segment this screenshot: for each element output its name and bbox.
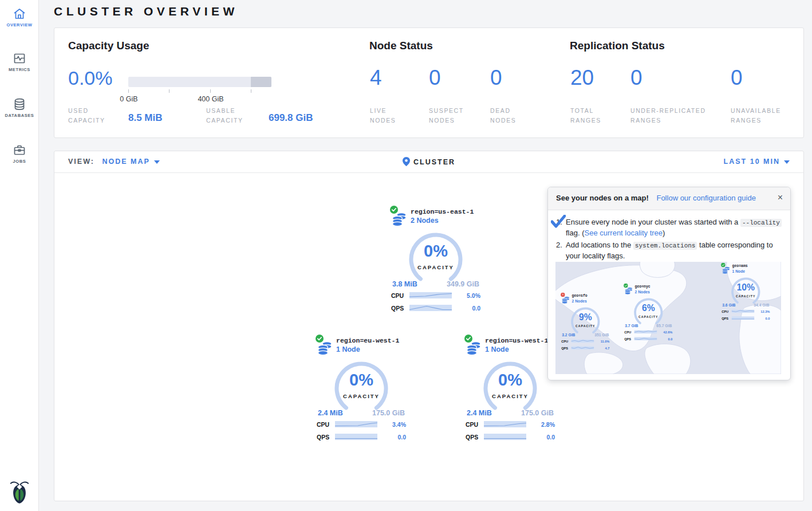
- region-label: geo=ams: [732, 264, 771, 269]
- status-ok-icon: [721, 263, 726, 269]
- capacity-label: CAPACITY: [632, 315, 664, 319]
- cpu-value: 5.0%: [452, 292, 480, 299]
- popup-header: See your nodes on a map! Follow our conf…: [548, 187, 790, 210]
- node-gauge-us-east-1[interactable]: region=us-east-1 2 Nodes 0% CAPACITY 3.8…: [389, 208, 483, 313]
- region-label: region=eu-west-1: [336, 337, 408, 344]
- node-status-title: Node Status: [369, 40, 433, 52]
- mini-node-gauge-ams: geo=ams 1 Node 10% CAPACITY 3.6 GiB34.4 …: [720, 264, 771, 321]
- check-icon: [551, 215, 566, 232]
- capacity-label: CAPACITY: [730, 294, 762, 298]
- capacity-label: CAPACITY: [569, 324, 601, 328]
- capacity-tick: [210, 89, 211, 93]
- database-icon: [0, 97, 39, 111]
- metrics-icon: [0, 52, 39, 65]
- time-range-dropdown[interactable]: LAST 10 MIN: [724, 158, 790, 166]
- mini-node-gauge-nyc: geo=nyc 2 Nodes 6% CAPACITY 3.7 GiB65.7 …: [623, 285, 674, 341]
- qps-sparkline: [409, 303, 452, 313]
- sidebar: OVERVIEW METRICS DATABASES JOBS: [0, 0, 39, 511]
- cpu-label: CPU: [561, 339, 571, 343]
- locality-tree-link[interactable]: See current locality tree: [585, 229, 663, 237]
- map-toolbar: VIEW: NODE MAP CLUSTER LAST 10 MIN: [54, 151, 803, 173]
- map-config-popup: See your nodes on a map! Follow our conf…: [547, 187, 791, 380]
- node-gauge-header: region=us-west-1 1 Node: [463, 337, 557, 356]
- qps-label: QPS: [561, 346, 571, 349]
- capacity-percent: 0%: [406, 242, 466, 261]
- qps-sparkline: [484, 432, 526, 442]
- capacity-percent: 10%: [730, 282, 762, 293]
- capacity-tick: [251, 89, 251, 93]
- qps-value: 0.0: [754, 316, 770, 320]
- capacity-gauge: 0% CAPACITY: [480, 361, 540, 414]
- under-replicated-value: 0: [630, 66, 642, 90]
- node-count: 2 Nodes: [411, 217, 483, 225]
- status-ok-icon: [624, 284, 628, 289]
- cpu-sparkline: [484, 419, 526, 430]
- node-count: 2 Nodes: [572, 299, 611, 304]
- cpu-label: CPU: [722, 309, 731, 313]
- location-pin-icon: [403, 157, 410, 166]
- status-warning-icon: [561, 293, 565, 298]
- sidebar-item-label: METRICS: [0, 67, 39, 72]
- live-nodes-value: 4: [370, 66, 382, 90]
- popup-step-2: 2. Add locations to the system.locations…: [556, 240, 782, 262]
- capacity-tick: [128, 89, 129, 93]
- sidebar-item-label: JOBS: [0, 159, 39, 164]
- cpu-label: CPU: [624, 330, 634, 333]
- configuration-guide-link[interactable]: Follow our configuration guide: [656, 194, 755, 202]
- qps-sparkline: [634, 336, 657, 342]
- replication-status-title: Replication Status: [570, 40, 665, 52]
- qps-value: 0.0: [377, 434, 406, 441]
- total-ranges-value: 20: [570, 66, 594, 90]
- node-gauge-eu-west-1[interactable]: region=eu-west-1 1 Node 0% CAPACITY 2.4 …: [314, 337, 408, 442]
- step-text: Add locations to the system.locations ta…: [566, 240, 782, 262]
- main-content: CLUSTER OVERVIEW Capacity Usage 0.0% 0 G…: [39, 0, 812, 511]
- used-capacity-value: 8.5 MiB: [128, 112, 163, 124]
- node-map-card: VIEW: NODE MAP CLUSTER LAST 10 MIN regio…: [54, 151, 804, 501]
- cluster-breadcrumb: CLUSTER: [54, 157, 803, 166]
- time-range-value: LAST 10 MIN: [724, 158, 780, 166]
- sidebar-item-databases[interactable]: DATABASES: [0, 97, 39, 118]
- summary-card: Capacity Usage 0.0% 0 GiB 400 GiB USED C…: [54, 27, 804, 138]
- live-nodes-label: LIVE NODES: [370, 106, 410, 126]
- qps-label: QPS: [722, 316, 731, 320]
- qps-label: QPS: [391, 305, 409, 312]
- usable-capacity-value: 699.8 GiB: [269, 112, 313, 124]
- cockroachdb-logo: [0, 480, 39, 506]
- under-replicated-label: UNDER-REPLICATED RANGES: [630, 106, 722, 126]
- region-label: region=us-east-1: [411, 208, 483, 215]
- cpu-value: 2.8%: [526, 421, 555, 428]
- qps-value: 0.0: [657, 337, 672, 340]
- cpu-value: 3.4%: [377, 421, 406, 428]
- sidebar-item-jobs[interactable]: JOBS: [0, 143, 39, 164]
- capacity-tick: [169, 89, 170, 93]
- total-ranges-label: TOTAL RANGES: [570, 106, 616, 126]
- region-label: geo=sfo: [572, 294, 611, 298]
- close-icon[interactable]: ×: [778, 192, 783, 203]
- capacity-label: CAPACITY: [332, 393, 391, 399]
- qps-sparkline: [731, 316, 754, 321]
- node-count: 1 Node: [732, 269, 771, 274]
- cluster-label: CLUSTER: [413, 158, 455, 166]
- cpu-sparkline: [571, 339, 594, 344]
- node-gauge-us-west-1[interactable]: region=us-west-1 1 Node 0% CAPACITY 2.4 …: [463, 337, 557, 442]
- capacity-percent: 0%: [480, 371, 540, 390]
- capacity-percent: 6%: [632, 303, 664, 313]
- sidebar-item-overview[interactable]: OVERVIEW: [0, 7, 39, 27]
- capacity-tick-label: 0 GiB: [119, 95, 139, 103]
- cpu-sparkline: [409, 290, 452, 301]
- capacity-tick-label: 400 GiB: [194, 95, 228, 103]
- step-number: 2.: [556, 240, 566, 262]
- status-ok-icon: [390, 206, 398, 216]
- dead-nodes-label: DEAD NODES: [490, 106, 530, 126]
- popup-title: See your nodes on a map!: [556, 194, 649, 202]
- page-title: CLUSTER OVERVIEW: [54, 5, 238, 18]
- popup-step-1: 1. Ensure every node in your cluster was…: [556, 217, 782, 239]
- status-ok-icon: [316, 335, 324, 345]
- cpu-label: CPU: [391, 292, 409, 299]
- code-locality-flag: --locality: [740, 219, 782, 227]
- capacity-bar-segment: [251, 77, 271, 87]
- sidebar-item-metrics[interactable]: METRICS: [0, 52, 39, 72]
- node-count: 1 Node: [336, 345, 408, 353]
- dead-nodes-value: 0: [490, 66, 502, 90]
- qps-sparkline: [335, 432, 377, 442]
